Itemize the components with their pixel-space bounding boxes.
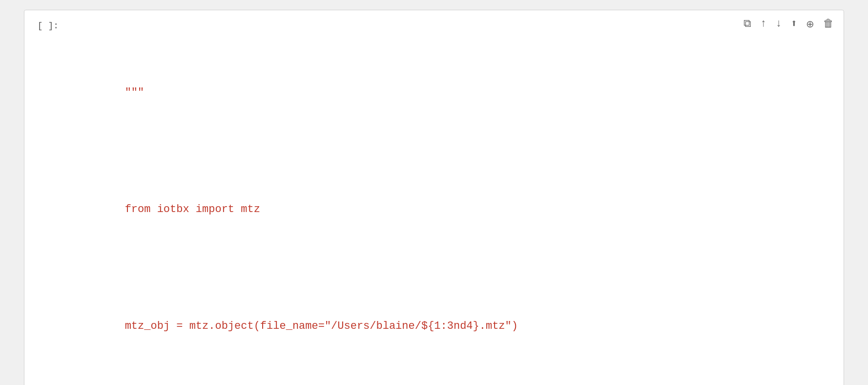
move-up-icon[interactable]: ↑ xyxy=(760,18,766,30)
save-icon[interactable]: ⬆ xyxy=(791,17,797,30)
line1-kw-import-red: import xyxy=(196,203,234,215)
copy-cell-icon[interactable]: ⧉ xyxy=(744,18,751,30)
toolbar: ⧉ ↑ ↓ ⬆ ⊕ 🗑 xyxy=(744,17,834,30)
code-area[interactable]: """ from iotbx import mtz mtz_obj = mtz.… xyxy=(73,18,834,385)
docstring-open: """ xyxy=(125,86,145,99)
line1-rest-red: iotbx xyxy=(150,203,195,215)
code-line-docstring-open: """ xyxy=(73,68,834,118)
line1-mod-red: mtz xyxy=(234,203,260,215)
add-cell-icon[interactable]: ⊕ xyxy=(806,18,814,30)
line2-red: mtz_obj = mtz.object(file_name="/Users/b… xyxy=(125,320,518,332)
cell-gutter: [ ]: xyxy=(24,10,63,385)
code-line-2-red: mtz_obj = mtz.object(file_name="/Users/b… xyxy=(73,301,834,351)
notebook-cell: [ ]: ⧉ ↑ ↓ ⬆ ⊕ 🗑 """ from iotbx import m… xyxy=(24,10,844,385)
code-line-1-red: from iotbx import mtz xyxy=(73,185,834,235)
cell-label: [ ]: xyxy=(38,19,59,31)
delete-cell-icon[interactable]: 🗑 xyxy=(823,17,834,30)
line1-kw-from: from xyxy=(125,203,151,215)
move-down-icon[interactable]: ↓ xyxy=(776,18,782,30)
cell-content: ⧉ ↑ ↓ ⬆ ⊕ 🗑 """ from iotbx import mtz mt… xyxy=(63,10,844,385)
